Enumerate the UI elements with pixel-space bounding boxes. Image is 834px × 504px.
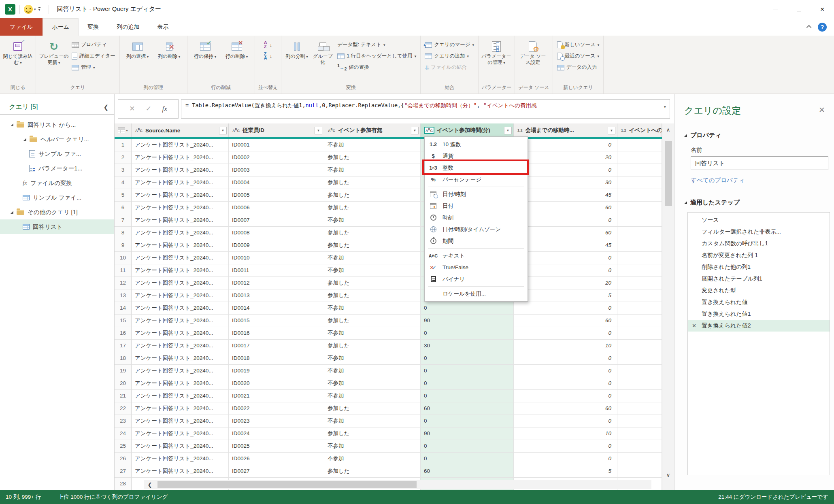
cell-fee[interactable] xyxy=(617,415,662,427)
cell-travel-time[interactable]: 0 xyxy=(514,302,617,315)
cell-travel-time[interactable]: 5 xyxy=(514,289,617,302)
row-number[interactable]: 14 xyxy=(115,302,132,315)
cell-source-name[interactable]: アンケート回答リスト_20240... xyxy=(132,365,229,377)
cell-travel-time[interactable]: 45 xyxy=(514,239,617,252)
cell-employee-id[interactable]: ID0026 xyxy=(229,453,324,465)
cell-attendance[interactable]: 参加した xyxy=(324,315,421,327)
cell-employee-id[interactable]: ID0020 xyxy=(229,377,324,390)
filter-icon[interactable]: ▼ xyxy=(315,127,322,134)
filter-icon[interactable]: ▼ xyxy=(219,127,227,134)
delete-step-icon[interactable]: ✕ xyxy=(692,323,702,329)
cell-source-name[interactable]: アンケート回答リスト_20240... xyxy=(132,340,229,352)
cell-travel-time[interactable]: 0 xyxy=(514,390,617,402)
cell-employee-id[interactable]: ID0021 xyxy=(229,390,324,402)
applied-step[interactable]: ✕ 置き換えられた値 ⚙ xyxy=(688,296,830,308)
cell-fee[interactable] xyxy=(617,352,662,365)
cell-participation-minutes[interactable]: 0 xyxy=(421,440,514,453)
cell-fee[interactable] xyxy=(617,440,662,453)
cell-travel-time[interactable]: 60 xyxy=(514,227,617,239)
cell-attendance[interactable]: 不参加 xyxy=(324,252,421,264)
tab-view[interactable]: 表示 xyxy=(148,18,177,36)
cell-employee-id[interactable]: ID0016 xyxy=(229,327,324,340)
cell-attendance[interactable]: 参加した xyxy=(324,227,421,239)
row-number[interactable]: 24 xyxy=(115,427,132,440)
menu-item-datetimezone[interactable]: 日付/時刻/タイムゾーン xyxy=(425,223,528,235)
enter-data-button[interactable]: データの入力 xyxy=(555,62,601,72)
row-number[interactable]: 12 xyxy=(115,277,132,289)
cell-fee[interactable] xyxy=(617,390,662,402)
cell-source-name[interactable]: アンケート回答リスト_20240... xyxy=(132,164,229,177)
text-type-icon[interactable]: ABC xyxy=(328,127,336,134)
row-number[interactable]: 10 xyxy=(115,252,132,264)
cell-participation-minutes[interactable]: 0 xyxy=(421,390,514,402)
cell-travel-time[interactable]: 30 xyxy=(514,177,617,189)
cell-source-name[interactable]: アンケート回答リスト_20240... xyxy=(132,440,229,453)
cell-attendance[interactable]: 不参加 xyxy=(324,365,421,377)
keep-rows-button[interactable]: ✓ 行の保持 xyxy=(190,39,221,60)
scroll-down-icon[interactable]: ∨ xyxy=(662,469,674,481)
cell-travel-time[interactable]: 0 xyxy=(514,352,617,365)
cell-employee-id[interactable]: ID0023 xyxy=(229,415,324,427)
sort-ascending-button[interactable]: AZ↓ xyxy=(262,40,274,49)
sidebar-folder-other-queries[interactable]: その他のクエリ [1] xyxy=(0,205,114,219)
cell-source-name[interactable]: アンケート回答リスト_20240... xyxy=(132,377,229,390)
cell-source-name[interactable]: アンケート回答リスト_20240... xyxy=(132,352,229,365)
replace-values-button[interactable]: 1→2 値の置換 xyxy=(336,62,418,72)
cell-fee[interactable] xyxy=(617,302,662,315)
menu-item-truefalse[interactable]: ✕✓True/False xyxy=(425,262,528,273)
row-number[interactable]: 26 xyxy=(115,453,132,465)
combine-files-button[interactable]: ⇊ ファイルの結合 xyxy=(423,62,476,72)
tab-add-column[interactable]: 列の追加 xyxy=(108,18,148,36)
row-number[interactable]: 6 xyxy=(115,202,132,214)
cell-attendance[interactable]: 不参加 xyxy=(324,440,421,453)
row-number[interactable]: 3 xyxy=(115,164,132,177)
row-number[interactable]: 7 xyxy=(115,214,132,227)
vertical-scroll-thumb[interactable] xyxy=(665,141,672,206)
sort-descending-button[interactable]: ZA↓ xyxy=(262,52,274,60)
text-type-icon[interactable]: ABC xyxy=(424,127,434,134)
row-number[interactable]: 21 xyxy=(115,390,132,402)
cell-fee[interactable] xyxy=(617,239,662,252)
cell-travel-time[interactable]: 0 xyxy=(514,164,617,177)
remove-columns-button[interactable]: ✕ 列の削除 xyxy=(154,39,185,60)
cell-employee-id[interactable]: ID0005 xyxy=(229,189,324,202)
cell-source-name[interactable]: アンケート回答リスト_20240... xyxy=(132,289,229,302)
cell-travel-time[interactable]: 60 xyxy=(514,402,617,415)
cell-source-name[interactable]: アンケート回答リスト_20240... xyxy=(132,189,229,202)
cell-employee-id[interactable]: ID0004 xyxy=(229,177,324,189)
horizontal-scroll-thumb[interactable] xyxy=(157,481,417,488)
cell-travel-time[interactable]: 20 xyxy=(514,151,617,164)
row-number[interactable]: 1 xyxy=(115,139,132,151)
cell-participation-minutes[interactable]: 0 xyxy=(421,365,514,377)
applied-step[interactable]: ✕ 置き換えられた値2 ⚙ xyxy=(688,320,830,332)
cell-source-name[interactable]: アンケート回答リスト_20240... xyxy=(132,327,229,340)
cell-employee-id[interactable]: ID0012 xyxy=(229,277,324,289)
applied-step[interactable]: ✕ 削除された他の列1 ⚙ xyxy=(688,261,830,273)
cell-employee-id[interactable]: ID0002 xyxy=(229,151,324,164)
cell-employee-id[interactable]: ID0010 xyxy=(229,252,324,264)
merge-queries-button[interactable]: クエリのマージ xyxy=(423,40,476,50)
column-header-employee-id[interactable]: ABC 従業員ID ▼ xyxy=(229,123,324,137)
cell-travel-time[interactable]: 0 xyxy=(514,453,617,465)
column-header-fee[interactable]: 1.2 イベントへの xyxy=(617,123,662,137)
cell-fee[interactable] xyxy=(617,264,662,277)
cell-source-name[interactable]: アンケート回答リスト_20240... xyxy=(132,402,229,415)
menu-item-text[interactable]: ABCテキスト xyxy=(425,250,528,262)
chevron-down-icon[interactable]: ▾ xyxy=(34,7,36,11)
cell-travel-time[interactable]: 60 xyxy=(514,315,617,327)
help-icon[interactable]: ? xyxy=(818,23,827,32)
cell-participation-minutes[interactable]: 0 xyxy=(421,352,514,365)
cell-travel-time[interactable]: 0 xyxy=(514,415,617,427)
horizontal-scrollbar[interactable]: ❮ xyxy=(144,480,651,489)
cell-fee[interactable] xyxy=(617,177,662,189)
column-header-participation-minutes[interactable]: ABC イベント参加時間(分) ▼ xyxy=(421,123,514,137)
cell-travel-time[interactable]: 5 xyxy=(514,465,617,478)
cell-travel-time[interactable]: 10 xyxy=(514,340,617,352)
expand-arrow-icon[interactable] xyxy=(23,138,26,141)
manage-button[interactable]: 管理 xyxy=(70,62,117,72)
row-number[interactable]: 27 xyxy=(115,465,132,478)
group-by-button[interactable]: グループ化 xyxy=(311,39,335,66)
cell-employee-id[interactable]: ID0006 xyxy=(229,202,324,214)
cell-fee[interactable] xyxy=(617,189,662,202)
scroll-left-icon[interactable]: ❮ xyxy=(144,480,156,489)
